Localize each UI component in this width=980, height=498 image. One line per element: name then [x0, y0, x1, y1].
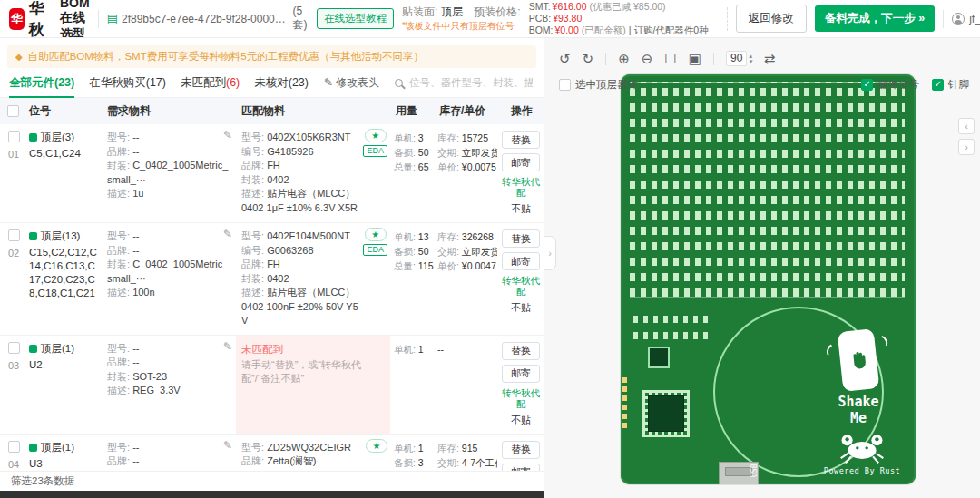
logo-text: 华秋 — [29, 0, 52, 38]
price-summary: SMT:¥616.00(优惠已减 ¥85.00) PCB:¥93.80 BOM:… — [529, 1, 709, 36]
replace-button[interactable]: 替换 — [502, 441, 540, 459]
layer-label: 顶层(1) — [41, 342, 74, 356]
transfer-to-huaqiu-link[interactable]: 转华秋代配 — [499, 275, 543, 297]
match-code: G0063268 — [267, 245, 313, 256]
checkbox-icon[interactable] — [559, 79, 571, 91]
show-designators-checkbox[interactable]: 器件位号 — [861, 78, 919, 92]
undo-icon[interactable]: ↺ — [559, 52, 571, 66]
back-to-edit-button[interactable]: 返回修改 — [736, 5, 807, 33]
table-row: 03 顶层(1) U2 ✎ 型号: -- 品牌: -- 封装: SOT-23 描… — [0, 336, 544, 435]
demand-model: -- — [132, 230, 139, 241]
usage-cell: 单机: 1 — [390, 336, 434, 434]
mail-button[interactable]: 邮寄 — [502, 464, 540, 472]
favorite-star-icon: ★ — [366, 439, 387, 453]
doc-set-count: (5套) — [292, 5, 309, 33]
row-checkbox[interactable] — [8, 342, 20, 354]
next-board-button[interactable]: › — [958, 139, 975, 155]
tab-unchecked[interactable]: 未核对(23) — [254, 68, 309, 98]
match-brand: FH — [267, 259, 280, 269]
checkbox-icon[interactable] — [861, 79, 873, 91]
zoom-out-icon[interactable]: ⊖ — [642, 52, 653, 66]
app-title: BOM在线选型 — [60, 0, 90, 38]
prev-board-button[interactable]: ‹ — [958, 118, 975, 134]
hand-icon — [848, 348, 868, 372]
pcb-toolbar: ↺ ↻ ⊕ ⊖ ☐ ▣ 90 ▴ ▾ ⇄ — [559, 51, 775, 66]
demand-cell: ✎ 型号: -- 品牌: -- 封装: Winbond_USON-8-1EP_3… — [102, 435, 236, 472]
rotation-value[interactable]: 90 — [726, 51, 747, 66]
fit-view-icon[interactable]: ☐ — [664, 52, 676, 66]
transfer-to-huaqiu-link[interactable]: 转华秋代配 — [499, 176, 543, 198]
row-checkbox[interactable] — [8, 229, 20, 241]
row-index: 03 — [8, 360, 19, 371]
next-step-button[interactable]: 备料完成，下一步 » — [815, 5, 935, 32]
row-index: 04 — [8, 459, 19, 470]
match-package: 0402 — [267, 273, 289, 284]
mail-button[interactable]: 邮寄 — [502, 365, 540, 383]
rotation-stepper: 90 ▴ ▾ — [726, 51, 752, 66]
show-pins-checkbox[interactable]: 针脚 — [932, 78, 969, 92]
mount-side-value[interactable]: 顶层 — [441, 5, 463, 18]
no-place-link[interactable]: 不贴 — [511, 202, 531, 216]
frame-select-icon[interactable]: ▣ — [689, 52, 701, 66]
row-checkbox[interactable] — [8, 131, 20, 142]
mail-button[interactable]: 邮寄 — [502, 153, 540, 171]
no-place-link[interactable]: 不贴 — [511, 414, 531, 427]
user-account[interactable]: jf_32603368 (3573453) — [952, 13, 980, 25]
replace-button[interactable]: 替换 — [502, 342, 540, 360]
edit-table-header-button[interactable]: ✎ 修改表头 — [324, 75, 379, 91]
designators: U2 — [29, 358, 98, 372]
doc-id: 2f89b5c7-e7ee-472b-9f28-0000d12a61486498… — [122, 13, 289, 25]
board-pager: ‹ › — [958, 118, 975, 155]
edit-icon[interactable]: ✎ — [223, 340, 232, 353]
demand-cell: ✎ 型号: -- 品牌: -- 封装: C_0402_1005Metric_sm… — [102, 124, 236, 222]
match-cell: ★ EDA 型号: 0402X105K6R3NT 编号: G4185926 品牌… — [236, 124, 390, 222]
mail-button[interactable]: 邮寄 — [502, 252, 540, 270]
no-place-link[interactable]: 不贴 — [511, 301, 531, 315]
notice-text: 自助匹配BOM物料，SMT费用可享受每种物料5元的工程费优惠（与其他活动不同享） — [28, 50, 424, 63]
designator-cell: 顶层(3) C5,C1,C24 — [24, 124, 102, 222]
smt-price: ¥616.00 — [553, 1, 587, 12]
row-checkbox[interactable] — [8, 441, 20, 453]
demand-desc: 1u — [132, 188, 143, 199]
checkbox-icon[interactable] — [932, 79, 944, 91]
actions-cell: 替换 邮寄 转华秋代配 不贴 — [497, 223, 544, 335]
tutorial-button[interactable]: 在线选型教程 — [317, 8, 394, 29]
bottom-bar — [0, 491, 544, 498]
match-cell: ★ EDA 型号: 0402F104M500NT 编号: G0063268 品牌… — [236, 223, 390, 335]
replace-button[interactable]: 替换 — [502, 131, 540, 149]
edit-icon[interactable]: ✎ — [223, 129, 232, 142]
zoom-in-icon[interactable]: ⊕ — [618, 52, 630, 66]
replace-button[interactable]: 替换 — [502, 229, 540, 248]
favorite-star-icon: ★ — [365, 129, 387, 142]
rotation-down-icon[interactable]: ▾ — [749, 59, 752, 64]
edit-icon[interactable]: ✎ — [223, 439, 232, 452]
col-demand: 需求物料 — [102, 103, 236, 119]
usage-cell: 单机: 3 备损: 50 总量: 65 — [390, 124, 434, 222]
pcb-board[interactable]: Shake Me Powered By Rust — [621, 74, 916, 484]
bom-price-line: BOM:¥0.00(已配金额)| 订购/代配器件0种 — [529, 24, 709, 36]
match-package: USON8(2X3) — [267, 470, 326, 472]
panel-collapse-handle[interactable]: › — [544, 236, 556, 270]
row-index: 02 — [8, 248, 19, 259]
select-top-layer-checkbox[interactable]: 选中顶层器件 — [559, 78, 638, 92]
tab-buy-on-huaqiu[interactable]: 在华秋购买(17) — [89, 68, 166, 98]
designator-cell: 顶层(1) U2 — [24, 336, 102, 434]
mirror-icon[interactable]: ⇄ — [764, 52, 776, 66]
match-model: 0402F104M500NT — [267, 230, 350, 241]
tab-all-components[interactable]: 全部元件(23) — [9, 68, 74, 98]
bom-selection-app: 华 华秋 BOM在线选型 ▤ 2f89b5c7-e7ee-472b-9f28-0… — [0, 0, 980, 498]
edit-icon[interactable]: ✎ — [223, 228, 232, 240]
search-input[interactable] — [407, 76, 534, 89]
edge-connector-pads — [622, 377, 627, 428]
match-model: 0402X105K6R3NT — [267, 132, 350, 142]
powered-by-rust-silkscreen: Powered By Rust — [809, 466, 915, 475]
bom-list-panel: ◆ 自助匹配BOM物料，SMT费用可享受每种物料5元的工程费优惠（与其他活动不同… — [0, 38, 544, 498]
demand-brand: -- — [132, 146, 139, 157]
designator-cell: 顶层(13) C15,C2,C12,C14,C16,C13,C17,C20,C2… — [24, 223, 102, 335]
table-row: 04 顶层(1) U3 ✎ 型号: -- 品牌: -- 封装: Winbond_… — [0, 435, 544, 472]
redo-icon[interactable]: ↻ — [583, 52, 594, 66]
tab-unmatched[interactable]: 未匹配到(6) — [181, 68, 240, 98]
qfn-chip — [648, 347, 670, 368]
transfer-to-huaqiu-link[interactable]: 转华秋代配 — [499, 387, 543, 409]
select-all-checkbox[interactable] — [7, 105, 19, 117]
